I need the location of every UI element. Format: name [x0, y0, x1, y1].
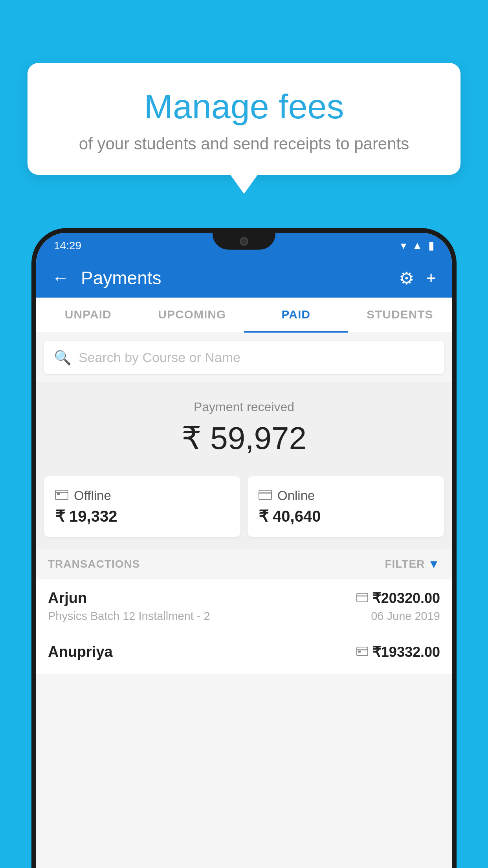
transaction-name-2: Anupriya	[48, 644, 113, 660]
status-time: 14:29	[54, 239, 81, 252]
transaction-desc-1: Physics Batch 12 Installment - 2	[48, 610, 210, 623]
tabs: UNPAID UPCOMING PAID STUDENTS	[36, 298, 452, 333]
online-amount: ₹ 40,640	[259, 507, 433, 525]
back-button[interactable]: ←	[52, 268, 69, 288]
transaction-name-1: Arjun	[48, 590, 87, 607]
svg-rect-1	[57, 493, 60, 495]
phone-frame: 14:29 ▾ ▲ ▮ ← Payments ⚙ + UNPAID UPCOMI…	[31, 228, 457, 868]
online-card: Online ₹ 40,640	[248, 476, 444, 537]
transactions-header: TRANSACTIONS FILTER ▼	[36, 549, 452, 579]
filter-button[interactable]: FILTER ▼	[385, 557, 440, 571]
payment-received-section: Payment received ₹ 59,972	[36, 382, 452, 476]
transaction-top-2: Anupriya ₹19332.00	[48, 644, 440, 660]
transaction-mode-icon-1	[356, 591, 368, 605]
signal-icon: ▲	[412, 239, 423, 252]
offline-card-header: Offline	[55, 488, 229, 503]
header-title: Payments	[81, 267, 399, 289]
tab-unpaid[interactable]: UNPAID	[36, 298, 140, 333]
app-header: ← Payments ⚙ +	[36, 258, 452, 298]
online-mode-label: Online	[277, 488, 315, 503]
search-bar[interactable]: 🔍 Search by Course or Name	[44, 341, 444, 374]
offline-icon	[55, 488, 68, 503]
transaction-row: Anupriya ₹19332.00	[36, 633, 452, 674]
transaction-amount-wrap-2: ₹19332.00	[356, 644, 440, 660]
transaction-mode-icon-2	[356, 645, 368, 659]
online-card-header: Online	[259, 488, 433, 503]
bubble-title: Manage fees	[47, 86, 441, 127]
battery-icon: ▮	[428, 239, 434, 252]
transactions-label: TRANSACTIONS	[48, 558, 140, 570]
phone-inner: 14:29 ▾ ▲ ▮ ← Payments ⚙ + UNPAID UPCOMI…	[36, 233, 452, 868]
transaction-amount-1: ₹20320.00	[372, 590, 440, 607]
status-icons: ▾ ▲ ▮	[401, 239, 434, 252]
svg-rect-5	[357, 593, 368, 602]
search-icon: 🔍	[54, 349, 72, 366]
offline-mode-label: Offline	[74, 488, 111, 503]
notch-camera	[240, 237, 248, 246]
payment-received-label: Payment received	[44, 400, 444, 414]
notch	[213, 228, 275, 250]
transaction-bottom-1: Physics Batch 12 Installment - 2 06 June…	[48, 610, 440, 623]
payment-received-amount: ₹ 59,972	[44, 420, 444, 456]
offline-amount: ₹ 19,332	[55, 507, 229, 525]
transaction-row: Arjun ₹20320.00 Physics Batch 12 Install…	[36, 579, 452, 633]
offline-card: Offline ₹ 19,332	[44, 476, 240, 537]
payment-cards: Offline ₹ 19,332 Online ₹ 4	[36, 476, 452, 549]
wifi-icon: ▾	[401, 239, 406, 252]
transaction-date-1: 06 June 2019	[371, 610, 440, 623]
online-icon	[259, 488, 272, 503]
transaction-amount-2: ₹19332.00	[372, 644, 440, 660]
header-actions: ⚙ +	[399, 268, 436, 288]
settings-button[interactable]: ⚙	[399, 268, 414, 288]
tab-paid[interactable]: PAID	[244, 298, 348, 333]
tab-upcoming[interactable]: UPCOMING	[140, 298, 244, 333]
svg-rect-8	[358, 651, 361, 653]
tab-students[interactable]: STUDENTS	[348, 298, 452, 333]
filter-label: FILTER	[385, 558, 425, 570]
svg-rect-3	[259, 490, 272, 500]
bubble-subtitle: of your students and send receipts to pa…	[47, 134, 441, 153]
transaction-amount-wrap-1: ₹20320.00	[356, 590, 440, 607]
speech-bubble: Manage fees of your students and send re…	[28, 63, 460, 175]
filter-icon: ▼	[428, 557, 440, 571]
add-button[interactable]: +	[426, 268, 436, 288]
phone-content: 🔍 Search by Course or Name Payment recei…	[36, 333, 452, 674]
search-placeholder: Search by Course or Name	[79, 350, 240, 365]
transaction-top-1: Arjun ₹20320.00	[48, 590, 440, 607]
